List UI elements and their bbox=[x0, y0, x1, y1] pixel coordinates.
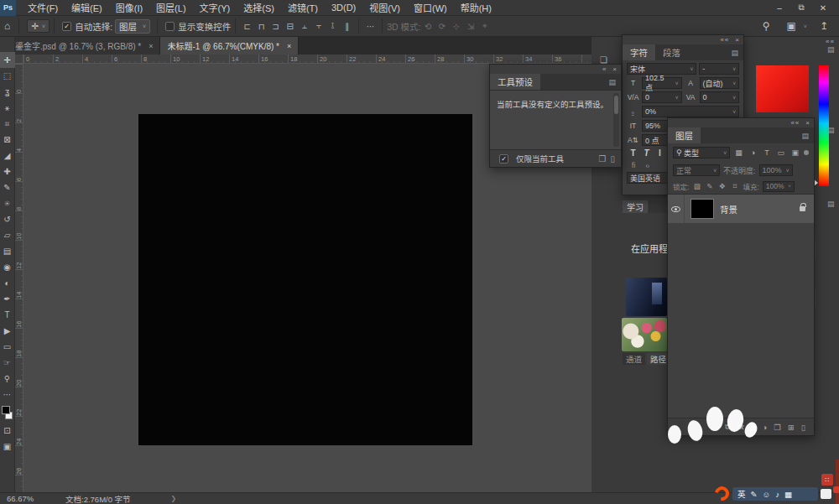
menu-item[interactable]: 滤镜(T) bbox=[281, 0, 325, 16]
zoom-level-field[interactable]: 66.67% bbox=[7, 494, 50, 503]
marquee-tool[interactable]: ⬚ bbox=[0, 68, 15, 84]
history-brush-tool[interactable]: ↺ bbox=[0, 211, 15, 227]
close-button[interactable]: ✕ bbox=[812, 0, 834, 16]
brush-tool[interactable]: ✎ bbox=[0, 179, 15, 195]
tab-channels[interactable]: 通道 bbox=[623, 353, 645, 365]
faux-italic-button[interactable]: T bbox=[640, 148, 653, 158]
layer-row-background[interactable]: 背景 bbox=[668, 195, 814, 223]
dodge-tool[interactable]: ◐ bbox=[0, 275, 15, 291]
auto-select-dropdown[interactable]: 图层 bbox=[115, 19, 150, 34]
leading-field[interactable]: (自动) bbox=[700, 77, 740, 89]
vertical-ruler[interactable]: 02468101214161820222426 bbox=[15, 64, 23, 492]
quick-mask-button[interactable]: ⊡ bbox=[0, 423, 15, 439]
fill-field[interactable]: 100% bbox=[763, 181, 795, 192]
adjustment-layer-icon[interactable]: ◑ bbox=[763, 423, 768, 432]
new-layer-icon[interactable]: ⊞ bbox=[788, 423, 795, 432]
menu-item[interactable]: 文字(Y) bbox=[193, 0, 237, 16]
align-right-icon[interactable]: ⊐ bbox=[268, 22, 283, 31]
zoom-tool[interactable]: ⚲ bbox=[0, 371, 15, 387]
delete-layer-icon[interactable]: ▯ bbox=[801, 423, 805, 432]
collapse-panel-icon[interactable]: «« bbox=[790, 119, 800, 127]
clone-stamp-tool[interactable]: ⍟ bbox=[0, 195, 15, 211]
restore-button[interactable]: ⧉ bbox=[790, 0, 812, 16]
visibility-toggle[interactable] bbox=[668, 195, 685, 223]
close-icon[interactable]: × bbox=[612, 65, 617, 73]
menu-item[interactable]: 选择(S) bbox=[237, 0, 281, 16]
ime-red-icon[interactable] bbox=[833, 486, 839, 493]
font-size-field[interactable]: 102.5 点 bbox=[642, 77, 682, 89]
align-middle-icon[interactable]: ⊟ bbox=[283, 22, 297, 31]
current-tool-only-checkbox[interactable]: ✓ bbox=[499, 154, 508, 164]
tab-paragraph[interactable]: 段落 bbox=[655, 44, 688, 60]
ligatures-button[interactable]: fi bbox=[627, 160, 640, 169]
kerning-field[interactable]: 0 bbox=[642, 91, 682, 103]
healing-brush-tool[interactable]: ✚ bbox=[0, 164, 15, 179]
panel-menu-icon[interactable]: ▤ bbox=[801, 132, 809, 140]
color-saturation-box[interactable] bbox=[756, 65, 809, 112]
filter-smart-objects-icon[interactable]: ▣ bbox=[789, 148, 800, 157]
close-icon[interactable]: × bbox=[805, 119, 810, 127]
close-icon[interactable]: × bbox=[149, 42, 153, 50]
collapse-panel-icon[interactable]: « bbox=[602, 65, 607, 73]
status-options-arrow[interactable]: ❯ bbox=[171, 495, 177, 502]
distribute-bottom-icon[interactable]: ⫱ bbox=[326, 21, 340, 31]
layer-name[interactable]: 背景 bbox=[720, 203, 737, 216]
show-transform-checkbox[interactable] bbox=[165, 22, 175, 31]
document-tab-2[interactable]: 未标题-1 @ 66.7%(CMYK/8) * × bbox=[160, 37, 299, 55]
filter-shape-layers-icon[interactable]: ▭ bbox=[775, 148, 786, 157]
tutorial-thumbnail-1[interactable] bbox=[626, 278, 667, 316]
eyedropper-tool[interactable]: ◢ bbox=[0, 148, 15, 164]
menu-item[interactable]: 文件(F) bbox=[21, 0, 65, 16]
proportional-spacing-field[interactable]: 0% bbox=[642, 106, 739, 117]
menu-item[interactable]: 视图(V) bbox=[362, 0, 407, 16]
frame-tool[interactable]: ⊠ bbox=[0, 132, 15, 148]
panel-menu-icon[interactable]: ▤ bbox=[827, 126, 835, 134]
workspace-icon[interactable]: ▣ bbox=[783, 20, 800, 32]
align-center-h-icon[interactable]: ⊓ bbox=[254, 22, 268, 31]
tab-layers[interactable]: 图层 bbox=[668, 127, 701, 143]
ime-handwriting-icon[interactable]: ✎ bbox=[751, 490, 758, 499]
minimize-button[interactable]: – bbox=[769, 0, 790, 16]
screen-mode-button[interactable]: ▣ bbox=[0, 439, 15, 455]
scrollbar[interactable] bbox=[613, 93, 619, 147]
ime-skin-tag[interactable] bbox=[821, 489, 831, 499]
ime-logo-icon[interactable] bbox=[712, 484, 732, 504]
type-tool[interactable]: T bbox=[0, 307, 15, 323]
eraser-tool[interactable]: ▱ bbox=[0, 227, 15, 243]
new-group-icon[interactable]: ❒ bbox=[774, 423, 781, 432]
share-icon[interactable]: ↥ bbox=[816, 20, 832, 32]
ruler-origin-corner[interactable] bbox=[15, 55, 23, 64]
scrollbar-thumb[interactable] bbox=[614, 96, 618, 114]
edit-toolbar-icon[interactable]: ⋯ bbox=[0, 387, 15, 403]
lock-artboard-icon[interactable]: ⌑ bbox=[730, 182, 739, 190]
tab-hidden[interactable] bbox=[649, 200, 667, 213]
hand-tool[interactable]: ☞ bbox=[0, 355, 15, 371]
panel-menu-icon[interactable]: ▤ bbox=[827, 45, 835, 54]
distribute-horizontal-icon[interactable]: ∥ bbox=[340, 22, 354, 31]
quick-selection-tool[interactable]: ⚹ bbox=[0, 100, 15, 116]
tab-paths[interactable]: 路径 bbox=[647, 353, 670, 365]
tab-character[interactable]: 字符 bbox=[623, 44, 655, 60]
menu-item[interactable]: 图层(L) bbox=[149, 0, 192, 16]
distribute-middle-icon[interactable]: ⫟ bbox=[311, 21, 326, 31]
ime-keyboard-icon[interactable]: ▦ bbox=[784, 490, 792, 499]
home-icon[interactable]: ⌂ bbox=[0, 20, 14, 32]
close-icon[interactable]: × bbox=[287, 42, 291, 50]
new-preset-icon[interactable]: ❒ bbox=[599, 154, 607, 164]
blur-tool[interactable]: ◉ bbox=[0, 259, 15, 275]
document-tab-1[interactable]: 鎏金字.psd @ 16.7% (3, RGB/8) * × bbox=[8, 37, 160, 55]
ime-mode-english[interactable]: 英 bbox=[737, 488, 746, 500]
tab-tool-presets[interactable]: 工具预设 bbox=[490, 74, 540, 90]
auto-select-checkbox[interactable]: ✓ bbox=[62, 22, 71, 31]
path-selection-tool[interactable]: ▶ bbox=[0, 323, 15, 339]
lasso-tool[interactable]: ʓ bbox=[0, 84, 15, 100]
align-left-icon[interactable]: ⊏ bbox=[240, 22, 254, 31]
collapse-panel-icon[interactable]: «« bbox=[720, 36, 729, 44]
ime-voice-icon[interactable]: ♪ bbox=[775, 490, 779, 499]
rectangle-tool[interactable]: ▭ bbox=[0, 339, 15, 355]
all-caps-button[interactable]: I bbox=[654, 148, 666, 158]
layer-thumbnail[interactable] bbox=[690, 199, 714, 219]
menu-item[interactable]: 窗口(W) bbox=[407, 0, 454, 16]
ime-emoji-icon[interactable]: ☺ bbox=[762, 490, 770, 499]
foreground-color-swatch[interactable] bbox=[2, 406, 10, 414]
